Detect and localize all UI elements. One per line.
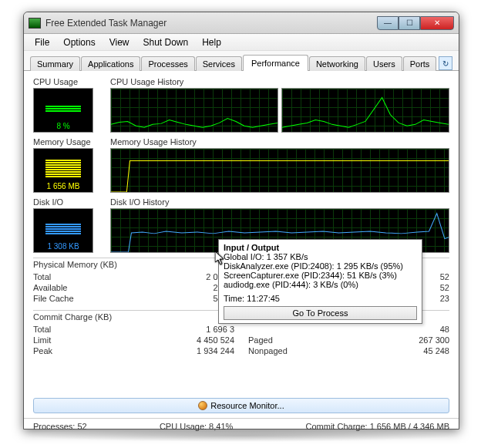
menu-options[interactable]: Options xyxy=(57,35,101,49)
disk-label: Disk I/O xyxy=(33,197,104,207)
k2extra: 48 xyxy=(440,325,449,334)
cpu-graph-2 xyxy=(281,88,449,133)
mem-graph xyxy=(110,148,449,193)
io-tooltip: Input / Output Global I/O: 1 357 KB/s Di… xyxy=(218,239,422,324)
disk-value: 1 308 KB xyxy=(47,242,79,251)
refresh-button[interactable]: ↻ xyxy=(439,56,452,70)
tooltip-time: Time: 11:27:45 xyxy=(224,294,417,303)
disk-meter: 1 308 KB xyxy=(33,208,93,253)
commit-total-v: 1 696 3 xyxy=(206,325,234,334)
tab-summary[interactable]: Summary xyxy=(30,56,80,71)
tab-networking[interactable]: Networking xyxy=(309,56,365,71)
titlebar[interactable]: Free Extended Task Manager — ☐ ✕ xyxy=(24,12,459,34)
status-commit: Commit Charge: 1 656 MB / 4 346 MB xyxy=(306,422,449,431)
tab-applications[interactable]: Applications xyxy=(81,56,140,71)
disk-history-label: Disk I/O History xyxy=(110,197,449,207)
tooltip-line-2: ScreenCapturer.exe (PID:2344): 51 KB/s (… xyxy=(224,271,417,280)
physmem-cache-k: File Cache xyxy=(33,294,74,303)
nonpaged-v: 45 248 xyxy=(423,346,449,355)
physmem-head: Physical Memory (KB) xyxy=(33,258,234,269)
cpu-label: CPU Usage xyxy=(33,77,104,86)
tab-performance[interactable]: Performance xyxy=(243,55,308,71)
tab-ports[interactable]: Ports xyxy=(403,56,437,71)
mem-value: 1 656 MB xyxy=(47,182,80,190)
mem-history-label: Memory Usage History xyxy=(110,137,449,147)
paged-v: 267 300 xyxy=(419,335,449,345)
resource-monitor-icon xyxy=(198,401,207,410)
cpu-meter: 8 % xyxy=(33,88,93,133)
window-controls: — ☐ ✕ xyxy=(377,16,454,30)
memory-row: Memory Usage 1 656 MB Memory Usage Histo… xyxy=(33,137,449,193)
menu-help[interactable]: Help xyxy=(196,35,227,49)
physmem-total-k: Total xyxy=(33,272,51,281)
status-processes: Processes: 52 xyxy=(33,422,87,431)
k3: 23 xyxy=(440,294,449,303)
commit-limit-k: Limit xyxy=(33,335,51,345)
paged-k: Paged xyxy=(248,335,273,345)
resource-monitor-button[interactable]: Resource Monitor... xyxy=(33,398,449,413)
content-area: CPU Usage 8 % CPU Usage History xyxy=(24,71,459,395)
cpu-graph-1 xyxy=(110,88,278,133)
tooltip-title: Input / Output xyxy=(224,243,279,252)
k2: 52 xyxy=(440,283,449,292)
tab-users[interactable]: Users xyxy=(366,56,402,71)
minimize-button[interactable]: — xyxy=(377,16,399,30)
commit-peak-v: 1 934 244 xyxy=(197,346,234,355)
tooltip-line-0: Global I/O: 1 357 KB/s xyxy=(224,252,417,261)
commit-peak-k: Peak xyxy=(33,346,52,355)
tooltip-line-3: audiodg.exe (PID:444): 3 KB/s (0%) xyxy=(224,280,417,289)
app-icon xyxy=(29,18,41,29)
tab-services[interactable]: Services xyxy=(196,56,242,71)
commit-head: Commit Charge (KB) xyxy=(33,310,234,322)
cpu-history-label: CPU Usage History xyxy=(110,77,449,86)
mem-label: Memory Usage xyxy=(33,137,104,147)
resource-monitor-label: Resource Monitor... xyxy=(210,401,284,410)
tabbar: Summary Applications Processes Services … xyxy=(24,51,459,71)
maximize-button[interactable]: ☐ xyxy=(399,16,420,30)
close-button[interactable]: ✕ xyxy=(420,16,454,30)
commit-total-k: Total xyxy=(33,325,51,334)
tab-processes[interactable]: Processes xyxy=(141,56,194,71)
mem-meter: 1 656 MB xyxy=(33,148,93,193)
k1: 52 xyxy=(440,272,449,281)
window-title: Free Extended Task Manager xyxy=(45,18,377,29)
cpu-value: 8 % xyxy=(56,122,69,130)
commit-limit-v: 4 450 524 xyxy=(197,335,234,345)
goto-process-button[interactable]: Go To Process xyxy=(224,306,417,320)
tooltip-line-1: DiskAnalyzer.exe (PID:2408): 1 295 KB/s … xyxy=(224,261,417,271)
menubar: File Options View Shut Down Help xyxy=(24,34,459,51)
cpu-row: CPU Usage 8 % CPU Usage History xyxy=(33,77,449,133)
menu-shutdown[interactable]: Shut Down xyxy=(137,35,195,49)
menu-file[interactable]: File xyxy=(29,35,56,49)
physmem-avail-k: Available xyxy=(33,283,67,292)
status-cpu: CPU Usage: 8,41% xyxy=(160,422,233,431)
nonpaged-k: Nonpaged xyxy=(248,346,288,355)
app-window: Free Extended Task Manager — ☐ ✕ File Op… xyxy=(23,12,459,429)
statusbar: Processes: 52 CPU Usage: 8,41% Commit Ch… xyxy=(24,418,459,434)
stats-area: Physical Memory (KB) Total2 095 5 Availa… xyxy=(33,258,449,356)
menu-view[interactable]: View xyxy=(103,35,136,49)
